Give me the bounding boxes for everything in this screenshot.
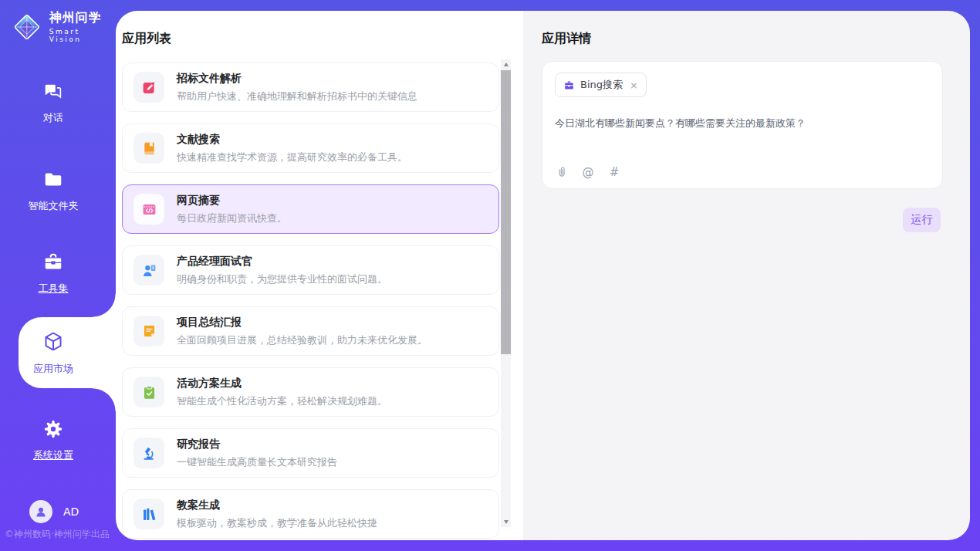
book-icon [133,133,164,164]
sidebar-item-label: 智能文件夹 [29,199,79,213]
app-card-desc: 帮助用户快速、准确地理解和解析招标书中的关键信息 [177,90,417,103]
hash-icon[interactable]: # [607,165,621,179]
app-card-desc: 智能生成个性化活动方案，轻松解决规划难题。 [177,394,387,408]
app-card[interactable]: 招标文件解析 帮助用户快速、准确地理解和解析招标书中的关键信息 [122,63,499,112]
sidebar-item-gear[interactable]: 系统设置 [0,418,106,462]
at-icon[interactable]: @ [581,165,595,179]
gear-icon [42,418,64,443]
paperclip-icon[interactable] [555,165,569,179]
scroll-down-arrow-icon[interactable] [501,517,511,527]
person-icon [34,505,48,519]
app-card-desc: 全面回顾项目进展，总结经验教训，助力未来优化发展。 [177,333,427,347]
clipboard-check-icon [133,377,164,407]
app-card[interactable]: 教案生成 模板驱动，教案秒成，教学准备从此轻松快捷 [122,489,499,539]
app-card-title: 文献搜索 [177,133,407,147]
prompt-card: Bing搜索 × 今日湖北有哪些新闻要点？有哪些需要关注的最新政策？ @ # [542,61,943,189]
sidebar-item-label: 工具集 [39,282,69,296]
scrollbar-thumb[interactable] [501,70,511,354]
sidebar-item-folder[interactable]: 智能文件夹 [0,169,106,213]
app-detail-panel: 应用详情 Bing搜索 × 今日湖北有哪些新闻要点？有哪些需要关注的最新政策？ … [523,11,970,540]
books-icon [133,499,164,529]
app-card-desc: 每日政府新闻资讯快查。 [177,211,287,225]
app-card-title: 网页摘要 [177,194,287,208]
brand-logo: 神州问学 Smart Vision [11,10,116,43]
chat-icon [42,81,64,106]
copyright-text: ©神州数码·神州问学出品 [5,528,110,541]
avatar[interactable] [29,500,52,523]
sidebar-item-toolbox[interactable]: 工具集 [0,252,106,296]
app-card-title: 项目总结汇报 [177,316,427,330]
user-initials: AD [63,505,79,518]
sidebar-item-label: 系统设置 [33,448,73,462]
app-card-title: 活动方案生成 [177,377,387,390]
app-card-title: 产品经理面试官 [177,255,387,269]
app-list-title: 应用列表 [122,31,171,47]
pen-square-icon [133,72,164,103]
run-button[interactable]: 运行 [903,208,941,232]
app-card-desc: 快速精准查找学术资源，提高研究效率的必备工具。 [177,150,407,164]
main-content: 应用列表 招标文件解析 帮助用户快速、准确地理解和解析招标书中的关键信息 文献搜… [116,11,970,540]
app-detail-title: 应用详情 [542,31,591,47]
briefcase-icon [563,79,575,91]
toolbox-icon [42,252,64,276]
app-card[interactable]: 研究报告 一键智能生成高质量长文本研究报告 [122,428,499,478]
scroll-up-arrow-icon[interactable] [501,59,511,69]
prompt-toolbar: @ # [555,165,621,179]
app-card-title: 研究报告 [177,438,337,451]
browser-code-icon [133,194,164,225]
folder-icon [42,169,64,194]
sidebar-item-cube[interactable]: 应用市场 [0,330,106,376]
app-list-panel: 应用列表 招标文件解析 帮助用户快速、准确地理解和解析招标书中的关键信息 文献搜… [116,11,523,540]
sidebar-item-label: 对话 [43,111,63,125]
app-card[interactable]: 活动方案生成 智能生成个性化活动方案，轻松解决规划难题。 [122,367,499,417]
tool-chip-bing-search[interactable]: Bing搜索 × [555,73,647,97]
chip-close-icon[interactable]: × [630,79,638,91]
user-row[interactable]: AD [29,500,79,523]
app-card-desc: 一键智能生成高质量长文本研究报告 [177,455,337,469]
app-card-desc: 明确身份和职责，为您提供专业性的面试问题。 [177,272,387,286]
sidebar: 神州问学 Smart Vision 对话智能文件夹工具集应用市场系统设置 AD … [0,0,116,551]
app-card[interactable]: 网页摘要 每日政府新闻资讯快查。 [122,184,499,234]
brand-name: 神州问学 [49,10,116,26]
app-card[interactable]: 产品经理面试官 明确身份和职责，为您提供专业性的面试问题。 [122,245,499,295]
interviewer-icon [133,255,164,286]
brand-subtitle: Smart Vision [49,28,116,43]
microscope-icon [133,438,164,468]
note-icon [133,316,164,346]
app-card-title: 招标文件解析 [177,72,417,86]
app-card[interactable]: 文献搜索 快速精准查找学术资源，提高研究效率的必备工具。 [122,123,499,173]
app-card-list: 招标文件解析 帮助用户快速、准确地理解和解析招标书中的关键信息 文献搜索 快速精… [122,63,499,540]
brand-diamond-icon [11,11,43,43]
prompt-input[interactable]: 今日湖北有哪些新闻要点？有哪些需要关注的最新政策？ [555,116,930,131]
sidebar-item-chat[interactable]: 对话 [0,81,106,125]
app-card-desc: 模板驱动，教案秒成，教学准备从此轻松快捷 [177,516,377,530]
app-card[interactable]: 项目总结汇报 全面回顾项目进展，总结经验教训，助力未来优化发展。 [122,306,499,356]
sidebar-item-label: 应用市场 [33,362,73,376]
cube-icon [42,330,65,357]
scrollbar[interactable] [501,59,511,527]
tool-chip-label: Bing搜索 [580,78,623,92]
app-card-title: 教案生成 [177,499,377,512]
